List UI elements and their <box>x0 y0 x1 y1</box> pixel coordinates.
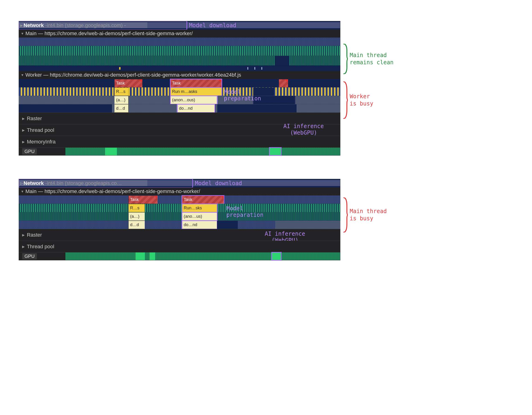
flame-block-highlighted[interactable]: Run…sks <box>182 204 217 212</box>
worker-busy-annotation: Worker is busy <box>343 82 373 119</box>
main-flame-area[interactable] <box>19 37 340 71</box>
gpu-highlight-block[interactable] <box>269 148 281 155</box>
main-flame-area[interactable]: Task Task R…s Run…sks (a…) (ano…us) d…d … <box>19 195 340 229</box>
model-download-label: Model download <box>189 22 236 29</box>
worker-thread-title: Worker — https://chrome.dev/web-ai-demos… <box>25 72 241 78</box>
collapse-icon[interactable]: ▶ <box>22 140 25 144</box>
expand-icon[interactable]: ▼ <box>21 73 24 77</box>
flame-block[interactable]: (a…) <box>114 96 128 104</box>
collapse-icon[interactable]: ▶ <box>20 24 24 27</box>
gpu-track[interactable]: GPU <box>19 148 340 155</box>
network-detail: -int4.bin (storage.googleapis.com) - <box>45 22 126 28</box>
task-block[interactable]: Task <box>114 79 142 87</box>
gpu-highlight-block[interactable] <box>272 252 281 260</box>
figure-with-worker: ▶ Network -int4.bin (storage.googleapis.… <box>19 21 513 156</box>
worker-flame-area[interactable]: Task Task R…s Run m…asks (a…) (anon…ous)… <box>19 79 340 112</box>
collapse-icon[interactable]: ▶ <box>22 117 25 120</box>
gpu-label: GPU <box>22 148 37 155</box>
raster-track[interactable]: ▶ Raster <box>19 112 340 124</box>
thread-pool-track[interactable]: ▶ Thread pool <box>19 240 340 252</box>
task-block-highlighted[interactable]: Task <box>182 196 224 204</box>
main-busy-annotation: Main thread is busy <box>343 197 387 232</box>
main-thread-title: Main — https://chrome.dev/web-ai-demos/p… <box>25 30 193 37</box>
task-block[interactable] <box>279 79 288 87</box>
devtools-panel-worker: ▶ Network -int4.bin (storage.googleapis.… <box>19 21 340 156</box>
task-block[interactable]: Task <box>128 196 158 204</box>
gpu-track[interactable]: GPU <box>19 252 340 260</box>
gpu-label: GPU <box>22 253 37 259</box>
brace-icon <box>343 82 348 119</box>
network-detail: -int4.bin (storage.googleapis.co… <box>45 180 122 186</box>
main-track-header[interactable]: ▼ Main — https://chrome.dev/web-ai-demos… <box>19 30 340 37</box>
model-download-label: Model download <box>195 180 242 186</box>
raster-track[interactable]: ▶ Raster AI inference (WebGPU) <box>19 229 340 240</box>
flame-block[interactable]: R…s <box>128 204 145 212</box>
expand-icon[interactable]: ▼ <box>21 32 24 35</box>
brace-icon <box>343 44 348 74</box>
memory-infra-track[interactable]: ▶ MemoryInfra <box>19 136 340 148</box>
flame-block[interactable]: d…d <box>114 104 128 112</box>
thread-pool-track[interactable]: ▶ Thread pool AI inference (WebGPU) <box>19 124 340 136</box>
figure-no-worker: ▷ Network -int4.bin (storage.googleapis.… <box>19 179 513 260</box>
task-block-highlighted[interactable]: Task <box>171 79 222 87</box>
network-track-header[interactable]: ▷ Network -int4.bin (storage.googleapis.… <box>19 179 340 187</box>
flame-block-highlighted[interactable]: do…nd <box>182 221 217 229</box>
brace-icon <box>343 197 348 232</box>
network-title: Network <box>24 22 44 28</box>
devtools-panel-no-worker: ▷ Network -int4.bin (storage.googleapis.… <box>19 179 340 260</box>
collapse-icon[interactable]: ▶ <box>22 233 25 237</box>
annotation-column: Main thread is busy <box>343 179 417 260</box>
worker-track-header[interactable]: ▼ Worker — https://chrome.dev/web-ai-dem… <box>19 71 340 79</box>
collapse-icon[interactable]: ▶ <box>22 128 25 132</box>
model-preparation-label: Model preparation <box>224 89 261 102</box>
flame-block-highlighted[interactable]: Run m…asks <box>171 88 222 96</box>
network-title: Network <box>24 180 44 186</box>
flame-block[interactable]: R…s <box>114 88 128 96</box>
main-clean-annotation: Main thread remains clean <box>343 44 394 74</box>
annotation-column: Main thread remains clean Worker is busy <box>343 21 417 156</box>
model-preparation-label: Model preparation <box>226 205 263 218</box>
flame-block[interactable]: d…d <box>128 221 145 229</box>
expand-icon[interactable]: ▼ <box>21 190 24 193</box>
flame-block-highlighted[interactable]: (anon…ous) <box>171 96 217 104</box>
main-thread-title: Main — https://chrome.dev/web-ai-demos/p… <box>25 188 200 194</box>
flame-block[interactable]: (a…) <box>128 212 145 221</box>
main-track-header[interactable]: ▼ Main — https://chrome.dev/web-ai-demos… <box>19 187 340 195</box>
collapse-icon[interactable]: ▶ <box>22 245 25 249</box>
collapse-icon[interactable]: ▷ <box>20 181 24 185</box>
flame-block-highlighted[interactable]: do…nd <box>177 104 215 112</box>
ai-inference-label: AI inference (WebGPU) <box>284 123 324 136</box>
flame-block-highlighted[interactable]: (ano…us) <box>182 212 217 221</box>
network-track-header[interactable]: ▶ Network -int4.bin (storage.googleapis.… <box>19 21 340 30</box>
